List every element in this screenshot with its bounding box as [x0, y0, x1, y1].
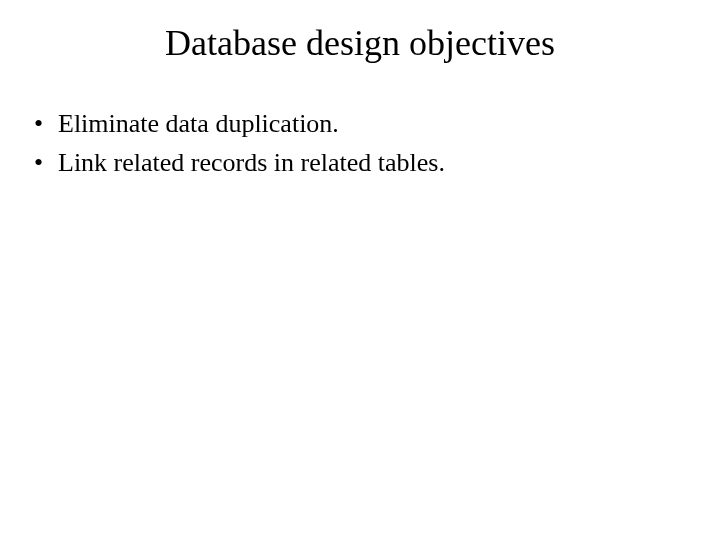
- slide-title: Database design objectives: [0, 22, 720, 64]
- list-item: Eliminate data duplication.: [30, 108, 680, 141]
- list-item: Link related records in related tables.: [30, 147, 680, 180]
- bullet-list: Eliminate data duplication. Link related…: [30, 108, 680, 179]
- slide-body: Eliminate data duplication. Link related…: [30, 108, 680, 185]
- slide: Database design objectives Eliminate dat…: [0, 0, 720, 540]
